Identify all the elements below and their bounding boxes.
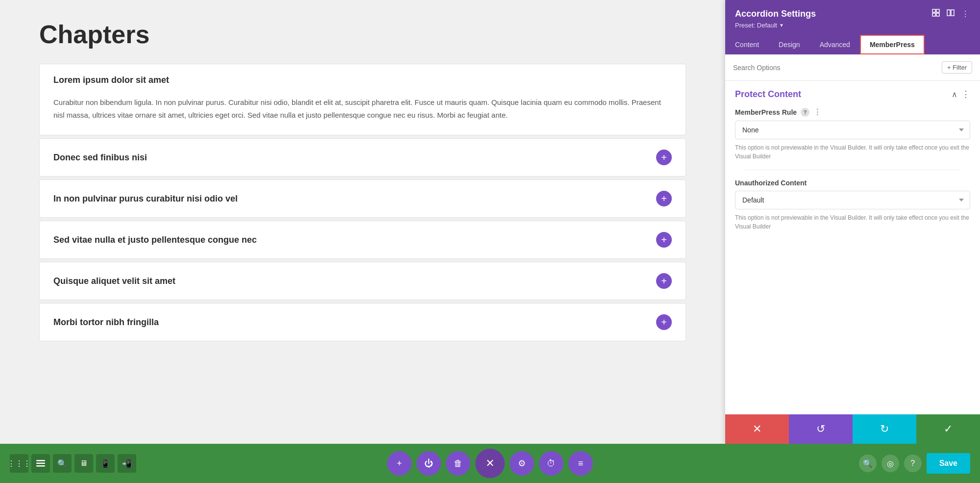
- toolbar-circle-icon[interactable]: ◎: [882, 455, 899, 472]
- accordion-expand-btn-2[interactable]: +: [656, 150, 672, 165]
- panel-redo-button[interactable]: ↻: [853, 414, 916, 444]
- accordion-item-4[interactable]: Sed vitae nulla et justo pellentesque co…: [39, 221, 686, 259]
- panel-preset[interactable]: Preset: Default ▼: [735, 22, 970, 29]
- toolbar-power-button[interactable]: ⏻: [416, 451, 441, 476]
- memberpress-rule-label: MemberPress Rule ? ⋮: [735, 107, 970, 117]
- panel-actions: ✕ ↺ ↻ ✓: [725, 414, 980, 444]
- toolbar-right: 🔍 ◎ ? Save: [859, 453, 970, 474]
- panel-header-icons: ⋮: [931, 8, 970, 20]
- svg-rect-6: [36, 460, 45, 461]
- toolbar-mobile-icon[interactable]: 📲: [118, 454, 136, 473]
- save-icon: ✓: [944, 423, 953, 435]
- accordion-header-6: Morbi tortor nibh fringilla +: [40, 304, 686, 341]
- unauthorized-content-label-text: Unauthorized Content: [735, 179, 807, 187]
- search-input[interactable]: [733, 64, 942, 72]
- toolbar-tablet-icon[interactable]: 📱: [96, 454, 115, 473]
- toolbar-left: ⋮⋮⋮ 🔍 🖥 📱 📲: [10, 454, 136, 473]
- accordion-body-1: Curabitur non bibendum ligula. In non pu…: [40, 96, 686, 135]
- toolbar-zoom-icon[interactable]: 🔍: [859, 455, 877, 472]
- memberpress-rule-help-icon[interactable]: ?: [801, 108, 809, 117]
- svg-rect-5: [951, 10, 954, 16]
- accordion-expand-btn-5[interactable]: +: [656, 273, 672, 289]
- redo-icon: ↻: [880, 423, 889, 435]
- toolbar-menu-icon[interactable]: ⋮⋮⋮: [10, 454, 28, 473]
- toolbar-add-button[interactable]: +: [387, 451, 412, 476]
- panel-columns-icon[interactable]: [946, 8, 956, 20]
- protect-section-title: Protect Content: [735, 89, 801, 100]
- accordion-title-6: Morbi tortor nibh fringilla: [53, 317, 159, 328]
- accordion-header-1: Lorem ipsum dolor sit amet: [40, 64, 686, 96]
- filter-button[interactable]: + Filter: [942, 61, 972, 74]
- toolbar-center: + ⏻ 🗑 ✕ ⚙ ⏱ ≡: [387, 449, 593, 478]
- save-button[interactable]: Save: [927, 453, 970, 474]
- tab-design[interactable]: Design: [769, 35, 810, 54]
- svg-rect-0: [932, 9, 935, 12]
- memberpress-rule-select[interactable]: None: [735, 121, 970, 139]
- svg-rect-8: [36, 465, 45, 467]
- main-area: Chapters Lorem ipsum dolor sit amet Cura…: [0, 0, 980, 444]
- bottom-toolbar: ⋮⋮⋮ 🔍 🖥 📱 📲 + ⏻ 🗑 ✕ ⚙ ⏱ ≡ 🔍 ◎ ? Save: [0, 444, 980, 483]
- panel-more-icon[interactable]: ⋮: [960, 8, 970, 20]
- section-more-icon[interactable]: ⋮: [961, 89, 970, 100]
- accordion-title-5: Quisque aliquet velit sit amet: [53, 276, 175, 286]
- accordion-item-5[interactable]: Quisque aliquet velit sit amet +: [39, 262, 686, 300]
- undo-icon: ↺: [816, 423, 825, 435]
- tab-memberpress[interactable]: MemberPress: [860, 35, 925, 54]
- unauthorized-content-label: Unauthorized Content: [735, 179, 970, 187]
- page-content: Chapters Lorem ipsum dolor sit amet Cura…: [0, 0, 725, 444]
- toolbar-help-icon[interactable]: ?: [904, 455, 922, 472]
- toolbar-desktop-icon[interactable]: 🖥: [74, 454, 93, 473]
- accordion-item-6[interactable]: Morbi tortor nibh fringilla +: [39, 303, 686, 341]
- memberpress-rule-label-text: MemberPress Rule: [735, 108, 797, 116]
- panel-header-top: Accordion Settings: [735, 8, 970, 20]
- toolbar-history-button[interactable]: ⏱: [539, 451, 564, 476]
- accordion-item-1: Lorem ipsum dolor sit amet Curabitur non…: [39, 64, 686, 135]
- divider: [745, 170, 960, 170]
- accordion-header-4: Sed vitae nulla et justo pellentesque co…: [40, 221, 686, 258]
- panel-save-button[interactable]: ✓: [916, 414, 980, 444]
- svg-rect-3: [936, 13, 939, 16]
- panel-title: Accordion Settings: [735, 9, 816, 19]
- settings-panel: Accordion Settings: [725, 0, 980, 444]
- panel-body: + Filter Protect Content ∧ ⋮ MemberPress…: [725, 54, 980, 414]
- svg-rect-1: [936, 9, 939, 12]
- unauthorized-content-hint: This option is not previewable in the Vi…: [735, 213, 970, 231]
- accordion-expand-btn-3[interactable]: +: [656, 191, 672, 206]
- cancel-icon: ✕: [753, 423, 761, 435]
- panel-tabs: Content Design Advanced MemberPress: [725, 35, 980, 54]
- protect-section-controls: ∧ ⋮: [952, 89, 970, 100]
- panel-cancel-button[interactable]: ✕: [725, 414, 789, 444]
- panel-preset-label: Preset: Default: [735, 22, 777, 29]
- accordion-item-3[interactable]: In non pulvinar purus curabitur nisi odi…: [39, 179, 686, 218]
- toolbar-search-icon[interactable]: 🔍: [53, 454, 72, 473]
- page-title: Chapters: [39, 20, 686, 49]
- accordion-expand-btn-6[interactable]: +: [656, 314, 672, 330]
- panel-resize-icon[interactable]: [931, 8, 941, 20]
- section-collapse-icon[interactable]: ∧: [952, 90, 957, 99]
- accordion-expand-btn-4[interactable]: +: [656, 232, 672, 248]
- accordion-title-2: Donec sed finibus nisi: [53, 153, 147, 163]
- panel-undo-button[interactable]: ↺: [789, 414, 853, 444]
- toolbar-grid-icon[interactable]: [31, 454, 50, 473]
- accordion-header-3: In non pulvinar purus curabitur nisi odi…: [40, 180, 686, 217]
- unauthorized-content-select[interactable]: Default: [735, 191, 970, 209]
- accordion-header-2: Donec sed finibus nisi +: [40, 139, 686, 176]
- memberpress-rule-more-icon[interactable]: ⋮: [813, 107, 821, 117]
- svg-rect-2: [932, 13, 935, 16]
- memberpress-rule-group: MemberPress Rule ? ⋮ None This option is…: [735, 107, 970, 161]
- tab-advanced[interactable]: Advanced: [810, 35, 860, 54]
- svg-rect-4: [947, 10, 950, 16]
- accordion-title-3: In non pulvinar purus curabitur nisi odi…: [53, 194, 238, 204]
- toolbar-close-button[interactable]: ✕: [475, 449, 505, 478]
- tab-content[interactable]: Content: [725, 35, 769, 54]
- toolbar-layers-button[interactable]: ≡: [568, 451, 593, 476]
- accordion-item-2[interactable]: Donec sed finibus nisi +: [39, 138, 686, 177]
- svg-rect-7: [36, 463, 45, 464]
- accordion-title-1: Lorem ipsum dolor sit amet: [53, 75, 169, 85]
- toolbar-settings-button[interactable]: ⚙: [510, 451, 534, 476]
- panel-preset-arrow: ▼: [779, 23, 784, 28]
- toolbar-trash-button[interactable]: 🗑: [446, 451, 470, 476]
- accordion-header-5: Quisque aliquet velit sit amet +: [40, 262, 686, 300]
- unauthorized-content-group: Unauthorized Content Default This option…: [735, 179, 970, 231]
- panel-header: Accordion Settings: [725, 0, 980, 35]
